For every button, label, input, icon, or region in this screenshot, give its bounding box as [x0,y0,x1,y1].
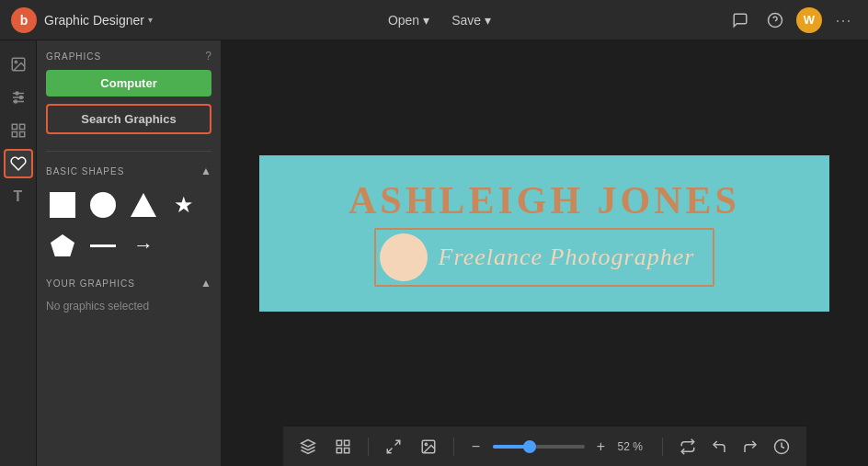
icon-bar-image[interactable] [4,50,33,79]
svg-marker-14 [301,439,314,447]
logo-letter: b [20,13,29,28]
shape-arrow-item[interactable]: → [127,229,160,262]
save-chevron: ▾ [485,13,491,28]
svg-point-3 [15,61,17,63]
design-subtitle-text: Freelance Photographer [439,244,695,271]
no-graphics-text: No graphics selected [46,300,149,313]
shape-star: ★ [174,194,194,216]
zoom-value-text: 52 % [618,440,651,453]
design-name-text: ASHLEIGH JONES [348,179,740,222]
fit-screen-button[interactable] [380,433,407,460]
shape-circle [90,192,116,218]
divider-1 [46,151,211,152]
separator-1 [368,438,369,456]
shape-triangle [131,193,156,217]
loop-button[interactable] [674,433,702,460]
shape-line [90,244,116,247]
canvas-area: ASHLEIGH JONES Freelance Photographer [221,40,868,466]
graphics-section-title: GRAPHICS [46,51,101,62]
grid-button[interactable] [329,433,357,460]
topbar-center: Open ▾ Save ▾ [153,9,726,31]
separator-2 [453,438,454,456]
shapes-collapse-icon[interactable]: ▲ [200,165,211,177]
help-button[interactable] [761,6,789,34]
icon-bar-grid[interactable] [4,116,33,145]
computer-button[interactable]: Computer [46,70,211,97]
svg-rect-17 [337,448,341,452]
zoom-slider-thumb [523,440,536,453]
zoom-minus-button[interactable]: − [465,436,487,458]
app-title-text: Graphic Designer [44,13,144,28]
shape-pentagon-item[interactable] [46,229,79,262]
shapes-section: BASIC SHAPES ▲ ★ [46,165,211,266]
shapes-grid: ★ → [46,185,211,266]
shape-line-item[interactable] [86,229,120,262]
chat-button[interactable] [726,6,754,34]
svg-line-20 [387,448,392,452]
your-graphics-collapse-icon[interactable]: ▲ [200,277,211,290]
shape-star-item[interactable]: ★ [167,188,200,222]
app-title-area[interactable]: Graphic Designer ▾ [44,13,153,28]
shapes-section-header: BASIC SHAPES ▲ [46,165,211,177]
save-button[interactable]: Save ▾ [442,9,500,31]
svg-line-19 [394,440,399,445]
save-label: Save [451,13,481,28]
open-button[interactable]: Open ▾ [379,9,439,31]
main-area: T GRAPHICS ? Computer Search Graphics BA… [0,40,868,466]
separator-3 [662,438,663,456]
image-frame-button[interactable] [415,433,442,460]
graphics-section-header: GRAPHICS ? [46,50,211,63]
icon-bar: T [0,40,37,466]
svg-rect-16 [344,440,348,445]
graphics-help-icon[interactable]: ? [205,50,211,63]
your-graphics-section: YOUR GRAPHICS ▲ No graphics selected [46,277,211,313]
bottom-toolbar: − + 52 % [283,426,806,466]
svg-rect-13 [19,132,24,137]
svg-rect-18 [344,448,348,452]
basic-shapes-title: BASIC SHAPES [46,166,124,176]
svg-rect-11 [19,124,24,129]
svg-point-7 [16,92,18,95]
shape-pentagon [51,234,74,256]
topbar-right: W ⋯ [726,6,857,34]
bottom-right-buttons [674,433,795,460]
zoom-plus-button[interactable]: + [590,436,612,458]
open-chevron: ▾ [423,13,429,28]
your-graphics-header: YOUR GRAPHICS ▲ [46,277,211,290]
redo-button[interactable] [737,433,764,460]
shape-square-item[interactable] [46,188,79,222]
svg-point-22 [425,443,427,445]
design-subtitle-row: Freelance Photographer [374,228,715,287]
svg-rect-10 [12,124,17,129]
icon-bar-heart[interactable] [4,149,33,178]
shape-square [50,192,75,218]
icon-bar-text[interactable]: T [4,182,33,211]
zoom-slider-track[interactable] [493,445,585,449]
shape-triangle-item[interactable] [127,188,160,222]
zoom-section: − + 52 % [465,436,651,458]
shape-circle-item[interactable] [86,188,120,222]
svg-point-9 [14,100,17,103]
sidebar-panel: GRAPHICS ? Computer Search Graphics BASI… [37,40,221,466]
canvas-design[interactable]: ASHLEIGH JONES Freelance Photographer [259,155,829,312]
design-circle [380,233,428,281]
app-logo[interactable]: b [11,7,37,33]
open-label: Open [388,13,419,28]
shape-arrow: → [133,233,154,257]
more-options-button[interactable]: ⋯ [829,6,857,34]
user-avatar[interactable]: W [796,7,822,33]
topbar: b Graphic Designer ▾ Open ▾ Save ▾ [0,0,868,40]
canvas-wrapper: ASHLEIGH JONES Freelance Photographer [221,40,868,426]
user-initial: W [804,13,815,27]
svg-rect-12 [12,132,17,137]
layers-button[interactable] [294,433,322,460]
icon-bar-sliders[interactable] [4,83,33,112]
search-graphics-button[interactable]: Search Graphics [46,104,211,134]
history-button[interactable] [768,433,795,460]
svg-rect-15 [337,440,341,445]
svg-point-8 [19,97,22,99]
your-graphics-title: YOUR GRAPHICS [46,278,135,289]
undo-button[interactable] [705,433,733,460]
